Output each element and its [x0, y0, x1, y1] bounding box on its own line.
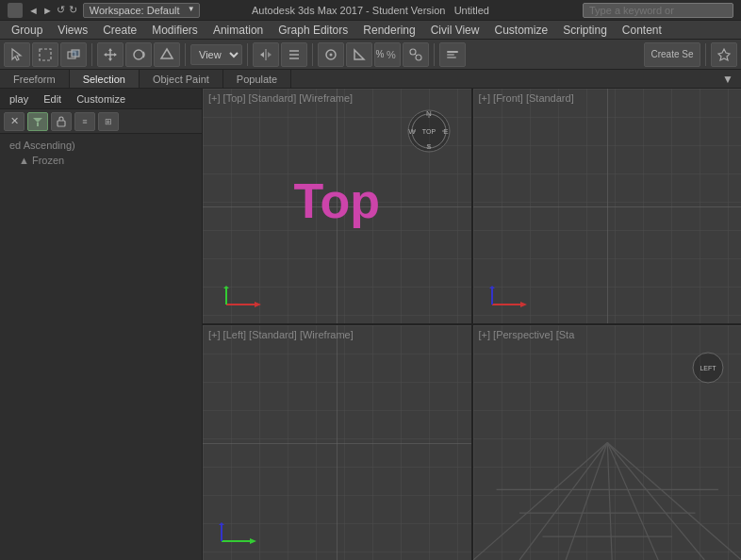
orientation-gizmo[interactable]: N S E W TOP: [405, 107, 453, 155]
panel-btn-1[interactable]: ≡: [74, 112, 95, 131]
menu-group[interactable]: Group: [4, 22, 50, 39]
align-btn[interactable]: [281, 42, 307, 67]
svg-rect-29: [58, 121, 65, 126]
custom-tools-btn[interactable]: [711, 42, 737, 67]
menu-civil-view[interactable]: Civil View: [423, 22, 487, 39]
svg-text:%: %: [387, 49, 396, 60]
tab-object-paint[interactable]: Object Paint: [140, 70, 223, 88]
separator-4: [312, 43, 313, 66]
tab-more-btn[interactable]: ▼: [715, 70, 741, 88]
redo-icon[interactable]: ↻: [69, 4, 77, 16]
svg-line-54: [519, 443, 607, 561]
persp-gizmo[interactable]: LEFT: [689, 349, 727, 389]
main-toolbar: View % %: [0, 40, 741, 70]
window-crossing-btn[interactable]: [60, 42, 87, 67]
svg-marker-42: [255, 302, 261, 307]
menu-bar: Group Views Create Modifiers Animation G…: [0, 21, 741, 40]
search-input[interactable]: [583, 3, 733, 18]
menu-graph-editors[interactable]: Graph Editors: [271, 22, 355, 39]
undo-icon[interactable]: ↺: [57, 4, 65, 16]
menu-customize[interactable]: Customize: [486, 22, 555, 39]
separator-3: [247, 43, 248, 66]
menu-scripting[interactable]: Scripting: [555, 22, 615, 39]
center-v-top: [337, 89, 338, 323]
svg-marker-7: [108, 58, 112, 61]
forward-icon[interactable]: ►: [42, 5, 53, 16]
app-title: Autodesk 3ds Max 2017 - Student Version …: [252, 5, 489, 16]
viewport-area: [+] [Top] [Standard] [Wireframe] Top N S…: [203, 89, 741, 560]
axis-indicator-top: [222, 286, 269, 312]
title-bar-left: ◄ ► ↺ ↻ Workspace: Default: [8, 3, 200, 18]
frozen-item: ▲ Frozen: [4, 153, 198, 168]
svg-marker-27: [33, 118, 42, 123]
panel-menu-edit[interactable]: Edit: [40, 91, 65, 107]
separator-2: [185, 43, 186, 66]
title-bar: ◄ ► ↺ ↻ Workspace: Default Autodesk 3ds …: [0, 0, 741, 21]
create-set-btn[interactable]: Create Se: [644, 42, 700, 67]
svg-rect-25: [447, 54, 454, 56]
separator-6: [705, 43, 706, 66]
select-region-btn[interactable]: [32, 42, 58, 67]
left-panel-content: ed Ascending) ▲ Frozen: [0, 134, 202, 560]
tab-populate[interactable]: Populate: [223, 70, 291, 88]
panel-close-btn[interactable]: ✕: [4, 112, 25, 131]
mirror-btn[interactable]: [253, 42, 279, 67]
left-panel-toolbar: ✕ ≡ ⊞: [0, 109, 202, 134]
select-object-btn[interactable]: [4, 42, 30, 67]
viewport-left[interactable]: [+] [Left] [Standard] [Wireframe]: [203, 325, 471, 560]
snap-toggle-btn[interactable]: [318, 42, 344, 67]
select-rotate-btn[interactable]: [125, 42, 152, 67]
viewport-perspective[interactable]: [+] [Perspective] [Sta: [473, 325, 742, 560]
left-panel: play Edit Customize ✕ ≡ ⊞ ed Ascending) …: [0, 89, 203, 560]
menu-modifiers[interactable]: Modifiers: [144, 22, 206, 39]
svg-rect-1: [40, 49, 51, 60]
viewport-top[interactable]: [+] [Top] [Standard] [Wireframe] Top N S…: [203, 89, 471, 323]
percent-snap-btn[interactable]: % %: [374, 42, 401, 67]
panel-menu-play[interactable]: play: [6, 91, 32, 107]
svg-marker-11: [161, 49, 173, 58]
back-icon[interactable]: ◄: [28, 5, 39, 16]
separator-5: [434, 43, 435, 66]
panel-filter-btn[interactable]: [27, 112, 48, 131]
angle-snap-btn[interactable]: [346, 42, 372, 67]
tab-selection[interactable]: Selection: [70, 70, 140, 88]
svg-point-19: [330, 53, 333, 56]
svg-marker-44: [223, 286, 229, 288]
spinner-snap-btn[interactable]: [403, 42, 429, 67]
menu-views[interactable]: Views: [50, 22, 95, 39]
svg-marker-14: [268, 52, 272, 58]
svg-line-59: [607, 443, 741, 561]
main-content: play Edit Customize ✕ ≡ ⊞ ed Ascending) …: [0, 89, 741, 560]
named-selection-btn[interactable]: [439, 42, 466, 67]
viewport-front[interactable]: [+] [Front] [Standard]: [473, 89, 742, 323]
svg-line-58: [607, 443, 704, 561]
svg-marker-9: [114, 53, 117, 57]
svg-marker-13: [260, 52, 264, 58]
svg-rect-26: [447, 57, 456, 58]
svg-marker-46: [520, 302, 527, 307]
panel-btn-2[interactable]: ⊞: [98, 112, 119, 131]
workspace-dropdown[interactable]: Workspace: Default: [83, 3, 200, 18]
svg-line-23: [415, 54, 417, 56]
menu-rendering[interactable]: Rendering: [355, 22, 422, 39]
svg-rect-3: [72, 50, 79, 57]
menu-create[interactable]: Create: [95, 22, 144, 39]
axis-indicator-front: [487, 286, 535, 312]
svg-rect-24: [447, 51, 458, 53]
svg-point-10: [134, 50, 143, 59]
panel-lock-btn[interactable]: [51, 112, 72, 131]
view-dropdown[interactable]: View: [190, 44, 242, 65]
menu-content[interactable]: Content: [615, 22, 669, 39]
svg-marker-0: [12, 49, 21, 60]
panel-menu-customize[interactable]: Customize: [73, 91, 129, 107]
menu-animation[interactable]: Animation: [206, 22, 271, 39]
svg-line-56: [607, 443, 612, 561]
svg-marker-6: [108, 48, 112, 51]
center-v-front: [607, 89, 608, 323]
svg-marker-8: [104, 53, 107, 57]
svg-marker-48: [489, 286, 495, 288]
more-icon: ▼: [722, 73, 733, 86]
tab-freeform[interactable]: Freeform: [0, 70, 70, 88]
select-move-btn[interactable]: [97, 42, 124, 67]
select-scale-btn[interactable]: [154, 42, 180, 67]
